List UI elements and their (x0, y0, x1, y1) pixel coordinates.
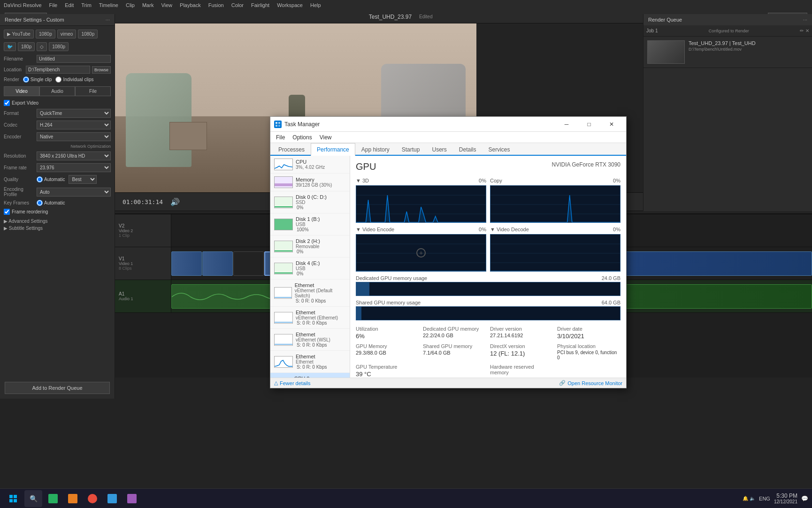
menu-options-tm[interactable]: Options (289, 132, 315, 143)
export-video-checkbox[interactable] (4, 100, 10, 106)
preset-twitter[interactable]: 🐦 (4, 42, 16, 51)
add-to-queue-button[interactable]: Add to Render Queue (5, 382, 110, 394)
clip-v1-2[interactable] (202, 251, 233, 276)
open-resource-monitor-button[interactable]: 🔗 Open Resource Monitor (559, 380, 622, 386)
filename-input[interactable] (37, 55, 111, 63)
tab-audio[interactable]: Audio (39, 86, 75, 96)
menu-help[interactable]: Help (310, 2, 321, 8)
menu-file[interactable]: File (49, 2, 58, 8)
clip-v1-1[interactable] (171, 251, 202, 276)
preset-youtube[interactable]: ▶ YouTube (4, 30, 34, 38)
preset-1080p-3[interactable]: 180p (18, 42, 35, 51)
sidebar-cpu[interactable]: CPU 3%, 4.02 GHz (270, 156, 350, 174)
job-edit-icon[interactable]: ✏ (800, 28, 804, 33)
sidebar-disk0[interactable]: Disk 0 (C: D:) SSD 0% (270, 191, 350, 213)
resolution-select[interactable]: 3840 x 2160 Ultra HD (37, 152, 111, 160)
preset-vimeo[interactable]: vimeo (57, 30, 77, 38)
codec-label: Codec (4, 122, 37, 128)
clip-v1-black[interactable] (233, 251, 264, 276)
single-clip-label[interactable]: Single clip (23, 76, 52, 83)
start-button[interactable] (4, 490, 23, 507)
tab-startup[interactable]: Startup (396, 143, 426, 156)
taskbar-app-5[interactable] (123, 490, 141, 507)
sidebar-ethernet4[interactable]: Ethernet Ethernet S: 0 R: 0 Kbps (270, 351, 350, 373)
menu-trim[interactable]: Trim (81, 2, 92, 8)
individual-clips-radio[interactable] (55, 76, 61, 83)
search-taskbar-button[interactable]: 🔍 (24, 490, 42, 507)
sidebar-disk4[interactable]: Disk 4 (E:) USB 0% (270, 258, 350, 280)
menu-color[interactable]: Color (231, 2, 244, 8)
menu-workspace[interactable]: Workspace (277, 2, 303, 8)
render-queue-more[interactable]: ··· (803, 17, 807, 23)
quality-select[interactable]: Best (69, 175, 97, 184)
tab-processes[interactable]: Processes (272, 143, 311, 156)
quality-auto-radio[interactable] (37, 176, 43, 182)
individual-clips-label[interactable]: Individual clips (55, 76, 93, 83)
format-select[interactable]: QuickTime (37, 109, 111, 118)
menu-fairlight[interactable]: Fairlight (251, 2, 269, 8)
graph-encode-chart: + (356, 234, 486, 272)
framerate-select[interactable]: 23.976 (37, 163, 111, 172)
preset-1080p-2[interactable]: 1080p (78, 30, 98, 38)
fewer-details-button[interactable]: △ Fewer details (274, 380, 310, 386)
tab-app-history[interactable]: App history (355, 143, 396, 156)
codec-select[interactable]: H.264 (37, 121, 111, 129)
filename-row: Filename (4, 55, 111, 63)
menu-playback[interactable]: Playback (180, 2, 201, 8)
preset-1080p-4[interactable]: 1080p (49, 42, 69, 51)
single-clip-radio[interactable] (23, 76, 29, 83)
sidebar-disk2-chart (274, 241, 293, 252)
menu-davinci[interactable]: DaVinci Resolve (4, 2, 42, 8)
stat-hw-reserved: Hardware reserved memory 228 MB (490, 364, 553, 378)
preset-dropbox[interactable]: ◇ (37, 42, 47, 51)
keyframes-auto-radio[interactable] (37, 200, 43, 206)
tab-performance[interactable]: Performance (311, 143, 355, 156)
tab-details[interactable]: Details (453, 143, 483, 156)
taskbar-app-2[interactable] (64, 490, 82, 507)
job-delete-icon[interactable]: ✕ (805, 28, 809, 33)
sidebar-disk2[interactable]: Disk 2 (H:) Removable 0% (270, 235, 350, 258)
sidebar-gpu0[interactable]: GPU 0 NVIDIA GeForce RTX 3090 6% (39 °C) (270, 373, 350, 378)
expand-icon[interactable]: + (416, 248, 426, 258)
volume-icon[interactable]: 🔊 (170, 197, 180, 206)
menu-fusion[interactable]: Fusion (208, 2, 224, 8)
taskbar-app-3[interactable] (84, 490, 101, 507)
keyframes-auto-label[interactable]: Automatic (37, 200, 65, 206)
preset-1080p-1[interactable]: 1080p (36, 30, 55, 38)
menu-view[interactable]: View (161, 2, 172, 8)
subtitle-settings-expander[interactable]: ▶ Subtitle Settings (4, 226, 111, 231)
sidebar-ethernet3[interactable]: Ethernet vEthernet (WSL) S: 0 R: 0 Kbps (270, 329, 350, 351)
graph-copy-chart (490, 185, 620, 223)
sidebar-disk1[interactable]: Disk 1 (B:) USB 100% (270, 213, 350, 235)
menu-edit[interactable]: Edit (65, 2, 74, 8)
frame-reordering-checkbox[interactable] (4, 209, 10, 215)
notification-icon[interactable]: 💬 (801, 495, 808, 502)
menu-timeline[interactable]: Timeline (99, 2, 118, 8)
taskbar-app-4[interactable] (103, 490, 121, 507)
sidebar-disk0-label: Disk 0 (C: D:) (296, 194, 327, 200)
location-input[interactable] (26, 66, 90, 74)
encoding-profile-select[interactable]: Auto (37, 188, 111, 197)
close-button[interactable]: ✕ (601, 117, 622, 132)
menu-view-tm[interactable]: View (316, 132, 336, 143)
maximize-button[interactable]: □ (578, 117, 600, 132)
taskbar-app-1[interactable] (44, 490, 62, 507)
menu-mark[interactable]: Mark (142, 2, 153, 8)
quality-auto-label[interactable]: Automatic (37, 176, 65, 182)
tab-video[interactable]: Video (4, 86, 39, 96)
tab-services[interactable]: Services (483, 143, 516, 156)
sidebar-ethernet2[interactable]: Ethernet vEthernet (Ethernet) S: 0 R: 0 … (270, 307, 350, 329)
browse-button[interactable]: Browse (92, 66, 111, 74)
job-info: Test_UHD_23.97 | Test_UHD D:\Temp\bench\… (689, 40, 808, 64)
menu-clip[interactable]: Clip (126, 2, 135, 8)
minimize-button[interactable]: ─ (556, 117, 577, 132)
menu-file-tm[interactable]: File (272, 132, 289, 143)
tab-file[interactable]: File (75, 86, 111, 96)
render-settings-more[interactable]: ··· (106, 17, 110, 23)
encoder-select[interactable]: Native (37, 132, 111, 141)
sidebar-memory[interactable]: Memory 39/128 GB (30%) (270, 174, 350, 191)
sidebar-ethernet4-header: Ethernet Ethernet S: 0 R: 0 Kbps (274, 354, 346, 370)
sidebar-ethernet1[interactable]: Ethernet vEthernet (Default Switch) S: 0… (270, 280, 350, 307)
tab-users[interactable]: Users (426, 143, 452, 156)
advanced-settings-expander[interactable]: ▶ Advanced Settings (4, 219, 111, 224)
